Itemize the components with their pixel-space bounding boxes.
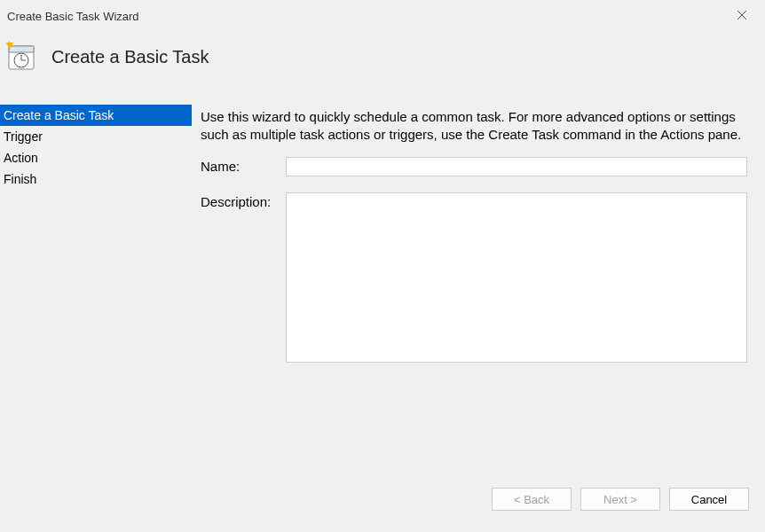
wizard-header: Create a Basic Task bbox=[0, 32, 765, 82]
sidebar-item-label: Trigger bbox=[4, 129, 43, 144]
name-label: Name: bbox=[201, 157, 286, 176]
cancel-button[interactable]: Cancel bbox=[669, 488, 749, 511]
sidebar-item-trigger[interactable]: Trigger bbox=[0, 126, 192, 147]
sidebar-item-create-basic-task[interactable]: Create a Basic Task bbox=[0, 105, 192, 126]
wizard-title: Create a Basic Task bbox=[51, 47, 209, 67]
sidebar-item-action[interactable]: Action bbox=[0, 147, 192, 168]
description-row: Description: bbox=[201, 192, 747, 363]
footer: < Back Next > Cancel bbox=[0, 488, 765, 525]
intro-text: Use this wizard to quickly schedule a co… bbox=[201, 108, 747, 145]
sidebar-item-label: Create a Basic Task bbox=[4, 108, 114, 122]
next-button[interactable]: Next > bbox=[580, 488, 660, 511]
back-button[interactable]: < Back bbox=[492, 488, 572, 511]
window-title: Create Basic Task Wizard bbox=[7, 10, 139, 23]
sidebar-item-finish[interactable]: Finish bbox=[0, 168, 192, 190]
sidebar: Create a Basic Task Trigger Action Finis… bbox=[0, 105, 192, 488]
description-label: Description: bbox=[201, 192, 286, 363]
calendar-clock-icon bbox=[5, 41, 37, 73]
titlebar: Create Basic Task Wizard bbox=[0, 0, 765, 32]
close-icon[interactable] bbox=[730, 5, 754, 27]
sidebar-item-label: Action bbox=[4, 151, 38, 165]
name-row: Name: bbox=[201, 157, 747, 176]
main-panel: Use this wizard to quickly schedule a co… bbox=[192, 105, 765, 488]
svg-rect-3 bbox=[9, 46, 34, 52]
description-textarea[interactable] bbox=[286, 192, 747, 363]
wizard-body: Create a Basic Task Trigger Action Finis… bbox=[0, 105, 765, 488]
sidebar-item-label: Finish bbox=[4, 172, 36, 186]
name-input[interactable] bbox=[286, 157, 747, 176]
